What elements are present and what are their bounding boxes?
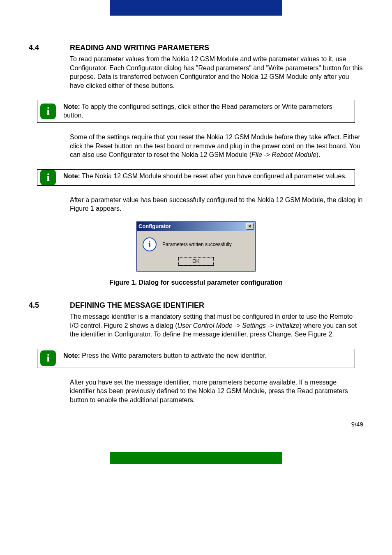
note-box: i Note: The Nokia 12 GSM Module should b…: [37, 169, 355, 186]
info-icon: i: [143, 237, 157, 251]
note-body: The Nokia 12 GSM Module should be reset …: [80, 173, 347, 180]
paragraph: The message identifier is a mandatory se…: [70, 312, 363, 339]
section-title: DEFINING THE MESSAGE IDENTIFIER: [70, 301, 204, 310]
note-label: Note:: [63, 352, 80, 359]
note-body: To apply the configured settings, click …: [63, 103, 332, 119]
paragraph: After a parameter value has been success…: [70, 196, 363, 213]
dialog-button-row: OK: [137, 255, 255, 271]
dialog-figure: Configurator × i Parameters written succ…: [29, 221, 363, 272]
section-number: 4.4: [29, 44, 70, 52]
note-label: Note:: [63, 103, 80, 110]
note-text: Note: To apply the configured settings, …: [59, 100, 355, 122]
page-content: 4.4 READING AND WRITING PARAMETERS To re…: [0, 44, 392, 404]
note-body: Press the Write parameters button to act…: [80, 352, 267, 359]
ok-button[interactable]: OK: [178, 257, 214, 265]
note-text: Note: Press the Write parameters button …: [59, 349, 355, 368]
close-icon[interactable]: ×: [246, 223, 254, 230]
note-icon-cell: i: [37, 100, 59, 122]
paragraph: To read parameter values from the Nokia …: [70, 55, 363, 90]
note-text: Note: The Nokia 12 GSM Module should be …: [59, 170, 355, 185]
dialog-titlebar: Configurator ×: [137, 222, 255, 231]
note-box: i Note: To apply the configured settings…: [37, 100, 355, 123]
note-label: Note:: [63, 173, 80, 180]
dialog-message: Parameters written successfully: [162, 242, 232, 247]
menu-path: User Control Mode -> Settings -> Initial…: [177, 322, 299, 329]
info-icon: i: [40, 104, 56, 119]
note-icon-cell: i: [37, 349, 59, 368]
page-number: 9/49: [0, 421, 363, 428]
configurator-dialog: Configurator × i Parameters written succ…: [136, 221, 256, 272]
footer-band: [110, 452, 282, 464]
info-icon: i: [40, 170, 56, 185]
menu-path: File -> Reboot Module: [251, 151, 316, 158]
note-box: i Note: Press the Write parameters butto…: [37, 349, 355, 368]
paragraph: After you have set the message identifie…: [70, 378, 363, 405]
section-4-5-header: 4.5 DEFINING THE MESSAGE IDENTIFIER: [29, 301, 363, 310]
section-4-4-header: 4.4 READING AND WRITING PARAMETERS: [29, 44, 363, 52]
paragraph: Some of the settings require that you re…: [70, 133, 363, 159]
info-icon: i: [40, 350, 56, 366]
text-span: ).: [316, 151, 321, 158]
note-icon-cell: i: [37, 170, 59, 185]
dialog-title: Configurator: [138, 223, 171, 229]
section-number: 4.5: [29, 301, 70, 310]
dialog-body: i Parameters written successfully: [137, 231, 255, 255]
figure-caption: Figure 1. Dialog for successful paramete…: [29, 279, 363, 286]
header-band: [110, 0, 282, 16]
section-title: READING AND WRITING PARAMETERS: [70, 44, 209, 52]
